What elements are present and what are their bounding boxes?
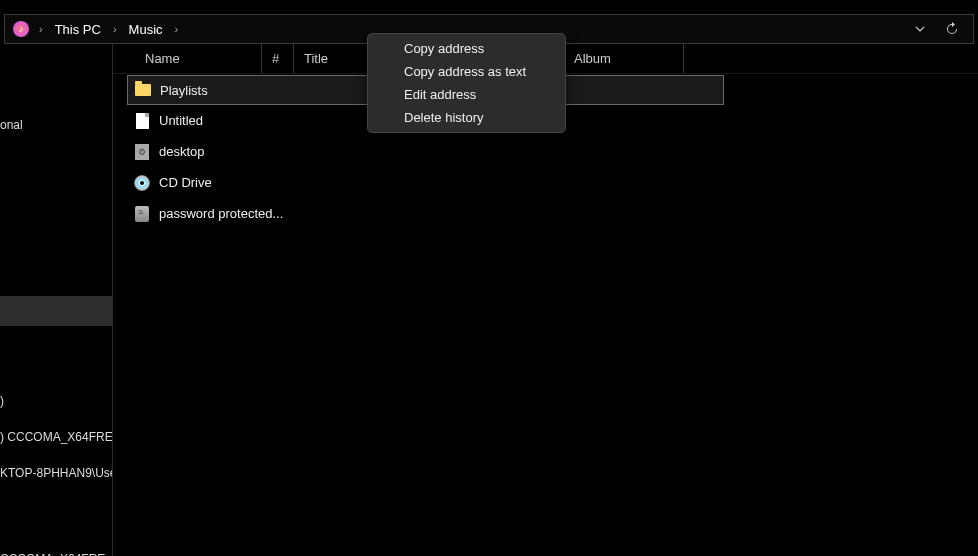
refresh-button[interactable] — [937, 15, 967, 43]
file-name-label: Playlists — [160, 83, 208, 98]
sidebar-item[interactable]: onal — [0, 112, 112, 138]
file-row-desktop[interactable]: desktop — [113, 136, 978, 167]
sidebar-item-selected[interactable] — [0, 296, 112, 326]
folder-icon — [134, 81, 152, 99]
sidebar-item[interactable]: CCCOMA_X64FRE_EN — [0, 546, 112, 556]
sidebar-item[interactable]: ) — [0, 388, 112, 414]
column-header-number[interactable]: # — [262, 44, 294, 73]
cd-drive-icon — [133, 174, 151, 192]
menu-item-copy-address-text[interactable]: Copy address as text — [368, 60, 565, 83]
sidebar-item[interactable]: ) CCCOMA_X64FRE_E — [0, 424, 112, 450]
file-name-label: CD Drive — [159, 175, 212, 190]
navigation-pane[interactable]: onal ) ) CCCOMA_X64FRE_E KTOP-8PHHAN9\Us… — [0, 44, 113, 556]
file-name-label: password protected... — [159, 206, 283, 221]
file-icon — [133, 112, 151, 130]
address-bar-context-menu: Copy address Copy address as text Edit a… — [367, 33, 566, 133]
music-folder-icon[interactable]: ♪ — [13, 21, 29, 37]
refresh-icon — [945, 22, 959, 36]
chevron-right-icon[interactable]: › — [33, 23, 49, 35]
breadcrumb-this-pc[interactable]: This PC — [53, 20, 103, 39]
column-header-album[interactable]: Album — [564, 44, 684, 73]
file-row-password-protected[interactable]: password protected... — [113, 198, 978, 229]
config-file-icon — [133, 143, 151, 161]
sidebar-item[interactable]: KTOP-8PHHAN9\Use — [0, 460, 112, 486]
file-name-label: desktop — [159, 144, 205, 159]
menu-item-copy-address[interactable]: Copy address — [368, 37, 565, 60]
database-file-icon — [133, 205, 151, 223]
address-bar-controls — [905, 15, 973, 43]
history-dropdown-button[interactable] — [905, 15, 935, 43]
chevron-right-icon[interactable]: › — [107, 23, 123, 35]
menu-item-edit-address[interactable]: Edit address — [368, 83, 565, 106]
breadcrumb-music[interactable]: Music — [127, 20, 165, 39]
menu-item-delete-history[interactable]: Delete history — [368, 106, 565, 129]
column-header-name[interactable]: Name — [135, 44, 261, 73]
chevron-right-icon[interactable]: › — [169, 23, 185, 35]
file-name-label: Untitled — [159, 113, 203, 128]
chevron-down-icon — [914, 23, 926, 35]
file-row-cddrive[interactable]: CD Drive — [113, 167, 978, 198]
